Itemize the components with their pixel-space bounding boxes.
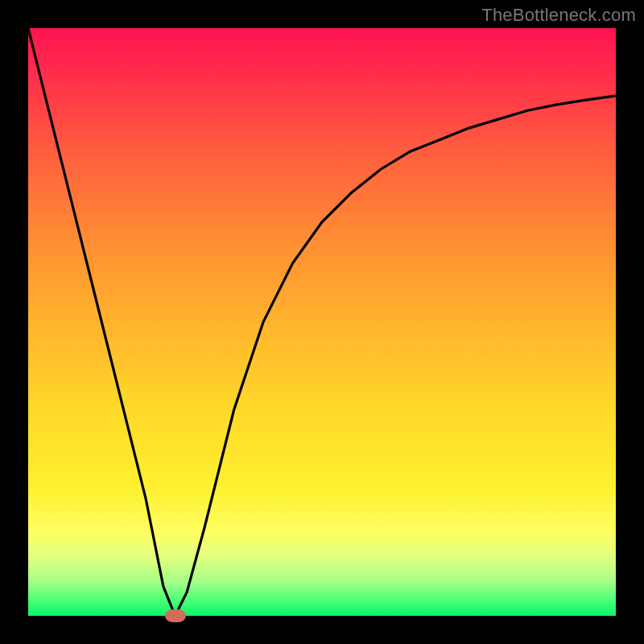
minimum-marker-dot <box>165 609 186 622</box>
watermark-text: TheBottleneck.com <box>481 5 636 26</box>
bottleneck-curve-line <box>28 28 616 616</box>
chart-frame: TheBottleneck.com <box>0 0 644 644</box>
curve-svg <box>28 28 616 616</box>
plot-area <box>28 28 616 616</box>
